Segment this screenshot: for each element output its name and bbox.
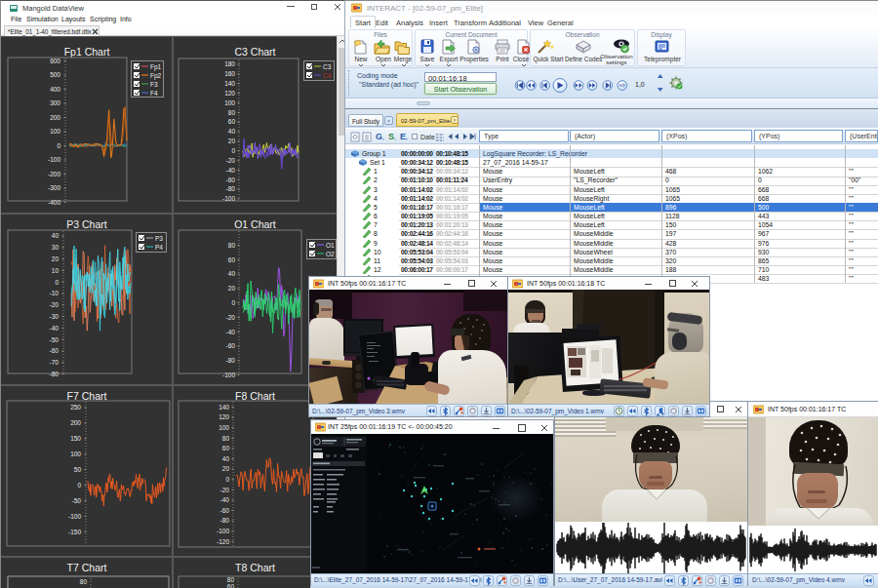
svg-text:-70: -70 [50,359,60,366]
svg-text:-120: -120 [217,538,229,545]
svg-text:P4: P4 [155,244,163,251]
svg-text:100: 100 [219,424,229,431]
svg-text:-60: -60 [226,176,236,183]
svg-text:-60: -60 [220,507,230,514]
svg-text:100: 100 [224,99,235,106]
svg-text:-80: -80 [50,371,60,377]
svg-text:Fp2: Fp2 [150,72,162,80]
svg-text:Fp1: Fp1 [150,63,162,71]
svg-text:C4: C4 [323,72,332,79]
svg-text:250: 250 [70,404,81,411]
svg-text:-50: -50 [72,497,82,504]
svg-text:140: 140 [219,404,229,411]
svg-text:-200: -200 [48,171,60,177]
svg-text:-20: -20 [226,157,236,164]
svg-text:0: 0 [57,142,60,149]
svg-text:30: 30 [52,244,60,251]
svg-text:-30: -30 [50,313,60,320]
svg-text:80: 80 [227,576,235,583]
svg-text:20: 20 [222,465,230,472]
svg-text:-80: -80 [226,357,236,364]
svg-text:80: 80 [228,109,236,116]
svg-text:60: 60 [228,256,236,263]
svg-text:-400: -400 [48,199,60,206]
svg-text:-150: -150 [68,529,81,535]
svg-text:200: 200 [70,419,81,426]
svg-text:s/p: s/p [619,83,626,88]
svg-text:40: 40 [228,270,236,277]
svg-text:40: 40 [228,128,236,135]
svg-text:20: 20 [228,137,236,144]
svg-text:F3: F3 [150,81,158,88]
svg-text:120: 120 [224,90,235,97]
svg-text:-20: -20 [50,301,60,308]
svg-text:100: 100 [70,451,81,457]
svg-text:-80: -80 [226,185,236,192]
svg-text:0: 0 [231,299,235,306]
svg-text:600: 600 [50,58,60,64]
svg-text:P3: P3 [155,235,163,242]
svg-text:500: 500 [50,71,60,78]
svg-text:400: 400 [50,86,60,93]
svg-text:-20: -20 [226,314,236,321]
svg-text:50: 50 [74,466,82,473]
svg-text:-40: -40 [226,329,236,335]
svg-text:F4: F4 [150,90,158,97]
svg-text:-100: -100 [68,513,81,520]
svg-text:160: 160 [224,70,235,77]
svg-text:20: 20 [228,285,236,292]
svg-text:-100: -100 [222,195,235,202]
svg-text:10: 10 [52,267,60,274]
svg-text:C3: C3 [323,63,332,70]
svg-text:150: 150 [70,435,81,442]
svg-text:-40: -40 [50,325,60,332]
svg-text:40: 40 [222,455,230,462]
svg-text:-100: -100 [222,372,235,378]
svg-text:O1: O1 [326,242,335,249]
svg-text:O2: O2 [326,251,335,257]
svg-text:200: 200 [50,114,60,121]
svg-text:-300: -300 [48,184,60,191]
svg-text:60: 60 [222,445,230,451]
svg-text:0: 0 [231,147,235,154]
svg-text:40: 40 [52,232,60,239]
svg-text:-100: -100 [217,528,229,534]
svg-text:-50: -50 [50,336,60,343]
svg-text:-60: -60 [50,347,60,354]
svg-text:-40: -40 [220,496,230,503]
svg-text:300: 300 [50,99,60,106]
svg-text:0: 0 [225,476,229,483]
svg-text:-80: -80 [220,517,230,524]
svg-text:180: 180 [224,60,235,67]
svg-text:0: 0 [55,279,59,286]
svg-text:80: 80 [80,578,88,585]
svg-text:100: 100 [50,128,60,135]
svg-text:120: 120 [219,413,229,420]
svg-text:-10: -10 [50,290,60,296]
svg-text:-40: -40 [226,167,236,174]
svg-text:140: 140 [224,80,235,87]
svg-text:20: 20 [52,255,60,262]
svg-text:-60: -60 [226,342,236,349]
svg-text:80: 80 [222,435,230,442]
svg-text:60: 60 [227,583,235,588]
svg-text:80: 80 [228,242,236,249]
svg-text:-100: -100 [48,156,60,163]
svg-text:0: 0 [77,482,81,489]
svg-text:-20: -20 [220,487,230,493]
svg-text:60: 60 [228,118,236,125]
